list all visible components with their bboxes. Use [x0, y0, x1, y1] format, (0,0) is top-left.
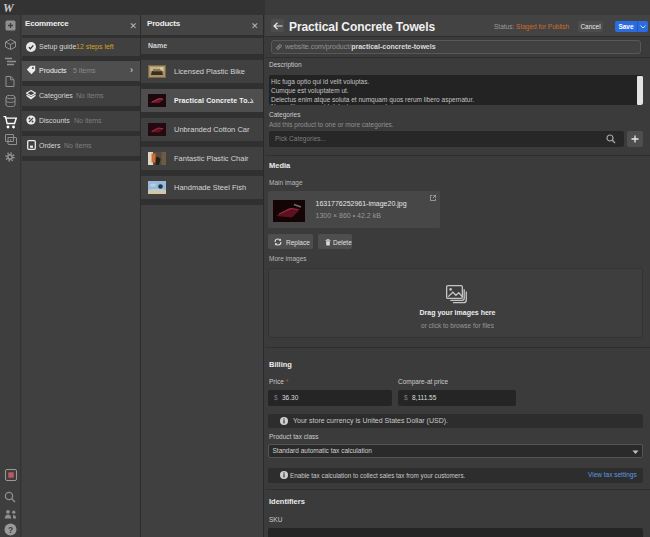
svg-text:?: ?: [8, 525, 13, 535]
